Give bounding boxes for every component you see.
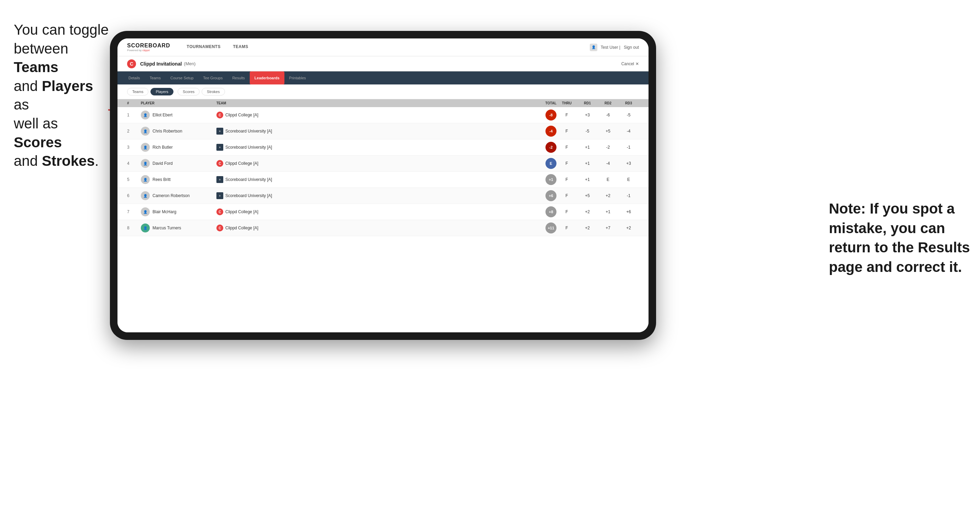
toggle-bar: Teams Players Scores Strokes [118, 84, 649, 99]
rank-cell: 8 [127, 225, 141, 230]
player-name-cell: 👤 Elliot Ebert [141, 111, 216, 119]
tab-course-setup[interactable]: Course Setup [165, 71, 198, 84]
total-cell: +8 [533, 206, 557, 217]
player-avatar: 👤 [141, 175, 150, 184]
logo-subtext: Powered by clippd [127, 49, 170, 52]
player-avatar: 👤 [141, 224, 150, 232]
score-badge: E [546, 158, 557, 169]
score-badge: +11 [546, 222, 557, 233]
player-name-cell: 👤 Rich Butler [141, 143, 216, 152]
bold-scores: Scores [14, 134, 62, 150]
toggle-teams[interactable]: Teams [127, 88, 148, 95]
rank-cell: 2 [127, 129, 141, 133]
team-cell: ≡ Scoreboard University [A] [216, 176, 313, 183]
player-name: Elliot Ebert [153, 113, 172, 117]
bold-players: Players [42, 78, 93, 94]
score-badge: -2 [546, 142, 557, 153]
section-tabs: Details Teams Course Setup Tee Groups Re… [118, 71, 649, 84]
rd1-cell: +5 [577, 193, 598, 198]
tab-teams[interactable]: Teams [145, 71, 165, 84]
table-row: 3 👤 Rich Butler ≡ Scoreboard University … [118, 140, 649, 156]
tournament-name: Clippd Invitational [140, 61, 182, 67]
team-logo: C [216, 208, 223, 215]
tournament-logo: C [127, 59, 136, 68]
team-name: Clippd College [A] [225, 225, 258, 230]
team-cell: C Clippd College [A] [216, 160, 313, 167]
toggle-players[interactable]: Players [150, 88, 173, 95]
rd1-cell: +2 [577, 225, 598, 230]
score-badge: -4 [546, 125, 557, 137]
rank-cell: 4 [127, 161, 141, 166]
thru-cell: F [557, 113, 577, 117]
col-rd2: RD2 [598, 101, 618, 105]
content-area: Teams Players Scores Strokes # PLAYER TE… [118, 84, 649, 332]
player-avatar: 👤 [141, 159, 150, 168]
rd2-cell: +5 [598, 129, 618, 133]
table-row: 6 👤 Cameron Robertson ≡ Scoreboard Unive… [118, 188, 649, 204]
thru-cell: F [557, 210, 577, 214]
rd1-cell: +2 [577, 210, 598, 214]
col-total: TOTAL [533, 101, 557, 105]
rd1-cell: +1 [577, 161, 598, 166]
col-spacer [313, 101, 533, 105]
tab-leaderboards[interactable]: Leaderboards [250, 71, 285, 84]
team-logo: ≡ [216, 128, 223, 135]
thru-cell: F [557, 129, 577, 133]
total-cell: -2 [533, 142, 557, 153]
total-cell: +11 [533, 222, 557, 233]
player-name-cell: 👤 Marcus Turners [141, 224, 216, 232]
tab-results[interactable]: Results [228, 71, 250, 84]
thru-cell: F [557, 161, 577, 166]
team-name: Scoreboard University [A] [225, 145, 272, 150]
rd3-cell: -4 [618, 129, 639, 133]
team-name: Scoreboard University [A] [225, 193, 272, 198]
tab-tee-groups[interactable]: Tee Groups [198, 71, 228, 84]
rd2-cell: E [598, 177, 618, 182]
cancel-button[interactable]: Cancel ✕ [621, 62, 639, 66]
cancel-label: Cancel [621, 62, 634, 66]
table-row: 7 👤 Blair McHarg C Clippd College [A] +8… [118, 204, 649, 220]
rd3-cell: +3 [618, 161, 639, 166]
rank-cell: 7 [127, 210, 141, 214]
player-avatar: 👤 [141, 143, 150, 152]
tab-printables[interactable]: Printables [285, 71, 311, 84]
total-cell: E [533, 158, 557, 169]
team-logo: ≡ [216, 176, 223, 183]
toggle-strokes[interactable]: Strokes [202, 88, 225, 95]
note-label: Note: If you spot a mistake, you can ret… [829, 200, 970, 275]
score-badge: +8 [546, 206, 557, 217]
tab-details[interactable]: Details [124, 71, 145, 84]
rd3-cell: +2 [618, 225, 639, 230]
table-row: 5 👤 Rees Britt ≡ Scoreboard University [… [118, 171, 649, 188]
player-avatar: 👤 [141, 111, 150, 119]
team-name: Clippd College [A] [225, 161, 258, 166]
tablet-screen: SCOREBOARD Powered by clippd TOURNAMENTS… [118, 38, 649, 332]
user-label: Test User | [601, 45, 620, 50]
table-row: 4 👤 David Ford C Clippd College [A] E F … [118, 156, 649, 171]
col-rank: # [127, 101, 141, 105]
sign-out-link[interactable]: Sign out [624, 45, 639, 50]
total-cell: +1 [533, 174, 557, 185]
bold-strokes: Strokes [42, 153, 95, 169]
player-name: Rees Britt [153, 177, 171, 182]
player-name: Marcus Turners [153, 225, 181, 230]
player-name: Rich Butler [153, 145, 173, 150]
team-name: Clippd College [A] [225, 210, 258, 214]
player-name-cell: 👤 Blair McHarg [141, 207, 216, 216]
player-name-cell: 👤 Rees Britt [141, 175, 216, 184]
toggle-scores[interactable]: Scores [178, 88, 200, 95]
score-badge: +6 [546, 190, 557, 201]
player-name-cell: 👤 Chris Robertson [141, 127, 216, 136]
rank-cell: 6 [127, 193, 141, 198]
app-logo: SCOREBOARD Powered by clippd [127, 43, 170, 52]
col-player: PLAYER [141, 101, 216, 105]
rd3-cell: -1 [618, 193, 639, 198]
nav-tournaments[interactable]: TOURNAMENTS [181, 38, 227, 56]
team-cell: ≡ Scoreboard University [A] [216, 144, 313, 151]
nav-teams[interactable]: TEAMS [227, 38, 255, 56]
col-rd1: RD1 [577, 101, 598, 105]
rd1-cell: -5 [577, 129, 598, 133]
col-rd3: RD3 [618, 101, 639, 105]
player-name: Blair McHarg [153, 210, 176, 214]
thru-cell: F [557, 177, 577, 182]
